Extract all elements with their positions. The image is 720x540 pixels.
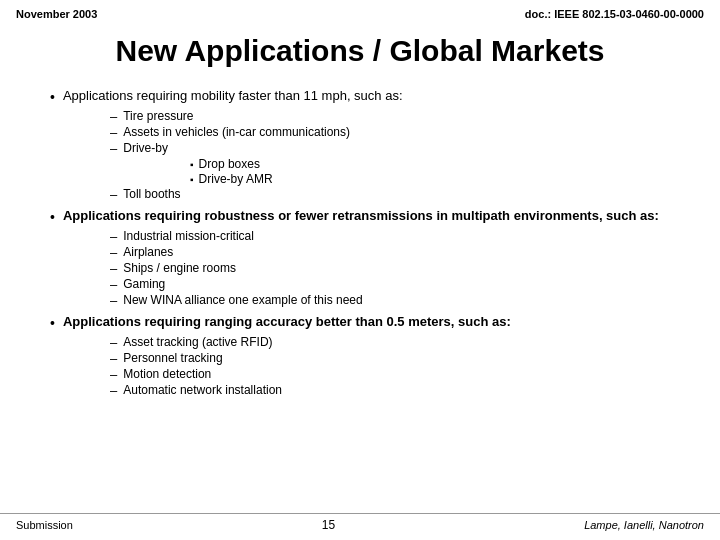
sub-text-2-5: New WINA alliance one example of this ne… [123, 293, 362, 307]
sub-item-1-2: – Assets in vehicles (in-car communicati… [110, 125, 690, 140]
sub-dash: – [110, 367, 117, 382]
sub-dash: – [110, 261, 117, 276]
sub-list-2: – Industrial mission-critical – Airplane… [110, 229, 690, 308]
bullet-dot-1: • [50, 89, 55, 105]
header-date: November 2003 [16, 8, 97, 20]
sub-text-3-4: Automatic network installation [123, 383, 282, 397]
sub-dash: – [110, 383, 117, 398]
sub-dash: – [110, 125, 117, 140]
sub-item-2-4: – Gaming [110, 277, 690, 292]
sub-dash: – [110, 351, 117, 366]
sub-item-2-5: – New WINA alliance one example of this … [110, 293, 690, 308]
sub-dash: – [110, 245, 117, 260]
sub-text-2-2: Airplanes [123, 245, 173, 259]
bullet-text-1: Applications requiring mobility faster t… [63, 88, 403, 103]
sub-item-3-2: – Personnel tracking [110, 351, 690, 366]
sub-text-2-1: Industrial mission-critical [123, 229, 254, 243]
footer-authors: Lampe, Ianelli, Nanotron [584, 519, 704, 531]
sub-text-3-2: Personnel tracking [123, 351, 222, 365]
sub-dash: – [110, 229, 117, 244]
sub-item-3-4: – Automatic network installation [110, 383, 690, 398]
sub-sub-text-1-2: Drive-by AMR [199, 172, 273, 186]
sub-list-1: – Tire pressure – Assets in vehicles (in… [110, 109, 690, 202]
sub-text-1-2: Assets in vehicles (in-car communication… [123, 125, 350, 139]
sub-dash: – [110, 187, 117, 202]
sub-item-1-4: – Toll booths [110, 187, 690, 202]
sub-list-3: – Asset tracking (active RFID) – Personn… [110, 335, 690, 398]
sub-item-3-1: – Asset tracking (active RFID) [110, 335, 690, 350]
sub-text-1-3: Drive-by [123, 141, 168, 155]
sub-item-3-3: – Motion detection [110, 367, 690, 382]
sub-dash: – [110, 109, 117, 124]
sub-item-1-1: – Tire pressure [110, 109, 690, 124]
footer-page-number: 15 [322, 518, 335, 532]
content-area: • Applications requiring mobility faster… [0, 88, 720, 398]
sub-sub-item-1-2: ▪ Drive-by AMR [190, 172, 690, 186]
sub-sub-item-1-1: ▪ Drop boxes [190, 157, 690, 171]
bullet-dot-2: • [50, 209, 55, 225]
sub-dash: – [110, 141, 117, 156]
sub-sub-list-1: ▪ Drop boxes ▪ Drive-by AMR [190, 157, 690, 186]
bullet-square-1: ▪ [190, 159, 194, 170]
bullet-item-1: • Applications requiring mobility faster… [50, 88, 690, 105]
footer-submission: Submission [16, 519, 73, 531]
sub-item-2-3: – Ships / engine rooms [110, 261, 690, 276]
sub-sub-text-1-1: Drop boxes [199, 157, 260, 171]
sub-text-1-1: Tire pressure [123, 109, 193, 123]
slide: November 2003 doc.: IEEE 802.15-03-0460-… [0, 0, 720, 540]
sub-text-1-4: Toll booths [123, 187, 180, 201]
bullet-item-3: • Applications requiring ranging accurac… [50, 314, 690, 331]
sub-item-2-1: – Industrial mission-critical [110, 229, 690, 244]
sub-item-1-3: – Drive-by [110, 141, 690, 156]
sub-dash: – [110, 293, 117, 308]
slide-title: New Applications / Global Markets [40, 34, 680, 68]
sub-text-2-4: Gaming [123, 277, 165, 291]
sub-dash: – [110, 277, 117, 292]
slide-header: November 2003 doc.: IEEE 802.15-03-0460-… [0, 0, 720, 24]
title-section: New Applications / Global Markets [0, 24, 720, 82]
bullet-text-2: Applications requiring robustness or few… [63, 208, 659, 223]
slide-footer: Submission 15 Lampe, Ianelli, Nanotron [0, 513, 720, 532]
sub-dash: – [110, 335, 117, 350]
header-doc: doc.: IEEE 802.15-03-0460-00-0000 [525, 8, 704, 20]
sub-text-3-1: Asset tracking (active RFID) [123, 335, 272, 349]
bullet-text-3: Applications requiring ranging accuracy … [63, 314, 511, 329]
bullet-dot-3: • [50, 315, 55, 331]
sub-item-2-2: – Airplanes [110, 245, 690, 260]
bullet-square-2: ▪ [190, 174, 194, 185]
bullet-item-2: • Applications requiring robustness or f… [50, 208, 690, 225]
sub-text-3-3: Motion detection [123, 367, 211, 381]
sub-text-2-3: Ships / engine rooms [123, 261, 236, 275]
